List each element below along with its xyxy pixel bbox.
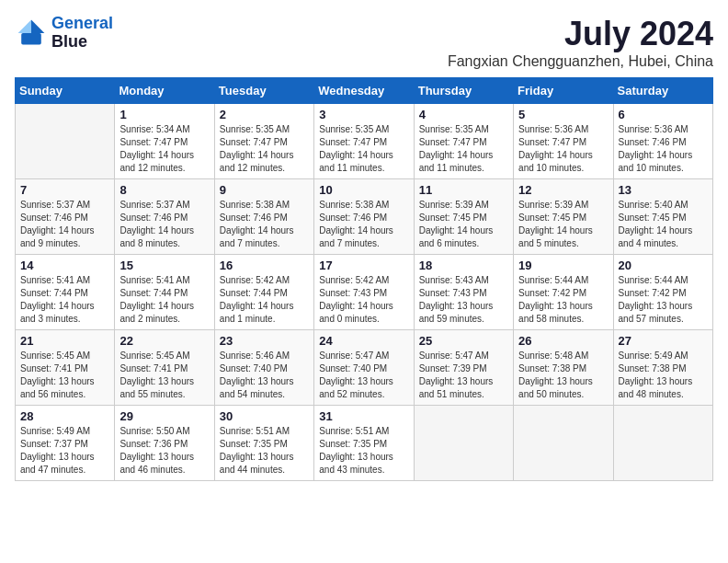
day-number: 20 <box>619 259 708 272</box>
location-title: Fangxian Chengguanzhen, Hubei, China <box>448 53 713 70</box>
day-info: Sunrise: 5:41 AM Sunset: 7:44 PM Dayligh… <box>119 274 209 326</box>
calendar-cell: 23Sunrise: 5:46 AM Sunset: 7:40 PM Dayli… <box>214 330 313 406</box>
day-number: 5 <box>518 108 608 121</box>
day-number: 31 <box>319 409 408 423</box>
calendar-cell: 4Sunrise: 5:35 AM Sunset: 7:47 PM Daylig… <box>414 104 513 179</box>
calendar-week-2: 7Sunrise: 5:37 AM Sunset: 7:46 PM Daylig… <box>16 179 713 255</box>
calendar-week-4: 21Sunrise: 5:45 AM Sunset: 7:41 PM Dayli… <box>16 330 713 406</box>
calendar-table: SundayMondayTuesdayWednesdayThursdayFrid… <box>15 77 713 481</box>
day-info: Sunrise: 5:35 AM Sunset: 7:47 PM Dayligh… <box>419 123 508 175</box>
day-number: 24 <box>319 334 408 348</box>
day-number: 11 <box>419 183 508 197</box>
day-header-tuesday: Tuesday <box>214 78 313 104</box>
calendar-cell: 8Sunrise: 5:37 AM Sunset: 7:46 PM Daylig… <box>115 179 214 255</box>
svg-marker-0 <box>31 19 44 32</box>
day-info: Sunrise: 5:35 AM Sunset: 7:47 PM Dayligh… <box>220 123 309 175</box>
day-header-friday: Friday <box>514 78 613 104</box>
day-number: 25 <box>419 334 508 348</box>
day-info: Sunrise: 5:44 AM Sunset: 7:42 PM Dayligh… <box>619 274 708 326</box>
svg-rect-2 <box>21 33 41 45</box>
calendar-cell: 5Sunrise: 5:36 AM Sunset: 7:47 PM Daylig… <box>514 104 613 179</box>
calendar-week-1: 1Sunrise: 5:34 AM Sunset: 7:47 PM Daylig… <box>16 104 713 179</box>
day-info: Sunrise: 5:37 AM Sunset: 7:46 PM Dayligh… <box>20 199 109 250</box>
calendar-cell: 16Sunrise: 5:42 AM Sunset: 7:44 PM Dayli… <box>214 255 313 330</box>
calendar-cell: 13Sunrise: 5:40 AM Sunset: 7:45 PM Dayli… <box>613 179 712 255</box>
day-info: Sunrise: 5:51 AM Sunset: 7:35 PM Dayligh… <box>220 425 309 477</box>
day-number: 19 <box>518 259 608 272</box>
day-info: Sunrise: 5:51 AM Sunset: 7:35 PM Dayligh… <box>319 425 408 477</box>
day-info: Sunrise: 5:47 AM Sunset: 7:39 PM Dayligh… <box>419 350 508 401</box>
day-number: 3 <box>319 108 408 121</box>
day-header-monday: Monday <box>115 78 214 104</box>
calendar-cell: 3Sunrise: 5:35 AM Sunset: 7:47 PM Daylig… <box>314 104 414 179</box>
day-number: 26 <box>518 334 608 348</box>
calendar-cell <box>414 406 513 481</box>
month-title: July 2024 <box>448 15 713 53</box>
day-number: 28 <box>20 409 109 423</box>
calendar-header-row: SundayMondayTuesdayWednesdayThursdayFrid… <box>16 78 713 104</box>
calendar-cell: 22Sunrise: 5:45 AM Sunset: 7:41 PM Dayli… <box>115 330 214 406</box>
calendar-cell: 20Sunrise: 5:44 AM Sunset: 7:42 PM Dayli… <box>613 255 712 330</box>
day-info: Sunrise: 5:35 AM Sunset: 7:47 PM Dayligh… <box>319 123 408 175</box>
day-number: 15 <box>119 259 209 272</box>
day-number: 21 <box>20 334 109 348</box>
calendar-cell: 2Sunrise: 5:35 AM Sunset: 7:47 PM Daylig… <box>214 104 313 179</box>
day-info: Sunrise: 5:49 AM Sunset: 7:37 PM Dayligh… <box>20 425 109 477</box>
day-number: 23 <box>220 334 309 348</box>
day-number: 16 <box>220 259 309 272</box>
calendar-cell: 14Sunrise: 5:41 AM Sunset: 7:44 PM Dayli… <box>16 255 115 330</box>
day-header-wednesday: Wednesday <box>314 78 414 104</box>
day-number: 22 <box>119 334 209 348</box>
calendar-cell: 17Sunrise: 5:42 AM Sunset: 7:43 PM Dayli… <box>314 255 414 330</box>
day-number: 1 <box>119 108 209 121</box>
day-info: Sunrise: 5:34 AM Sunset: 7:47 PM Dayligh… <box>119 123 209 175</box>
calendar-cell: 6Sunrise: 5:36 AM Sunset: 7:46 PM Daylig… <box>613 104 712 179</box>
day-number: 14 <box>20 259 109 272</box>
day-info: Sunrise: 5:37 AM Sunset: 7:46 PM Dayligh… <box>119 199 209 250</box>
calendar-cell: 7Sunrise: 5:37 AM Sunset: 7:46 PM Daylig… <box>16 179 115 255</box>
day-info: Sunrise: 5:42 AM Sunset: 7:43 PM Dayligh… <box>319 274 408 326</box>
day-number: 12 <box>518 183 608 197</box>
calendar-cell: 15Sunrise: 5:41 AM Sunset: 7:44 PM Dayli… <box>115 255 214 330</box>
day-info: Sunrise: 5:36 AM Sunset: 7:46 PM Dayligh… <box>619 123 708 175</box>
calendar-cell: 10Sunrise: 5:38 AM Sunset: 7:46 PM Dayli… <box>314 179 414 255</box>
day-number: 8 <box>119 183 209 197</box>
day-number: 10 <box>319 183 408 197</box>
day-info: Sunrise: 5:40 AM Sunset: 7:45 PM Dayligh… <box>619 199 708 250</box>
calendar-cell: 27Sunrise: 5:49 AM Sunset: 7:38 PM Dayli… <box>613 330 712 406</box>
day-info: Sunrise: 5:39 AM Sunset: 7:45 PM Dayligh… <box>419 199 508 250</box>
day-header-thursday: Thursday <box>414 78 513 104</box>
day-info: Sunrise: 5:49 AM Sunset: 7:38 PM Dayligh… <box>619 350 708 401</box>
calendar-cell: 26Sunrise: 5:48 AM Sunset: 7:38 PM Dayli… <box>514 330 613 406</box>
day-info: Sunrise: 5:42 AM Sunset: 7:44 PM Dayligh… <box>220 274 309 326</box>
day-number: 13 <box>619 183 708 197</box>
day-number: 27 <box>619 334 708 348</box>
day-info: Sunrise: 5:46 AM Sunset: 7:40 PM Dayligh… <box>220 350 309 401</box>
day-info: Sunrise: 5:47 AM Sunset: 7:40 PM Dayligh… <box>319 350 408 401</box>
calendar-cell <box>514 406 613 481</box>
day-info: Sunrise: 5:41 AM Sunset: 7:44 PM Dayligh… <box>20 274 109 326</box>
calendar-cell <box>613 406 712 481</box>
calendar-week-3: 14Sunrise: 5:41 AM Sunset: 7:44 PM Dayli… <box>16 255 713 330</box>
day-number: 9 <box>220 183 309 197</box>
day-number: 17 <box>319 259 408 272</box>
logo-text: General Blue <box>51 15 113 52</box>
calendar-cell: 31Sunrise: 5:51 AM Sunset: 7:35 PM Dayli… <box>314 406 414 481</box>
day-info: Sunrise: 5:43 AM Sunset: 7:43 PM Dayligh… <box>419 274 508 326</box>
calendar-cell: 12Sunrise: 5:39 AM Sunset: 7:45 PM Dayli… <box>514 179 613 255</box>
calendar-cell: 29Sunrise: 5:50 AM Sunset: 7:36 PM Dayli… <box>115 406 214 481</box>
calendar-cell: 28Sunrise: 5:49 AM Sunset: 7:37 PM Dayli… <box>16 406 115 481</box>
day-number: 7 <box>20 183 109 197</box>
logo-icon <box>15 17 48 50</box>
day-info: Sunrise: 5:36 AM Sunset: 7:47 PM Dayligh… <box>518 123 608 175</box>
day-number: 29 <box>119 409 209 423</box>
svg-marker-1 <box>18 19 31 32</box>
day-info: Sunrise: 5:38 AM Sunset: 7:46 PM Dayligh… <box>319 199 408 250</box>
calendar-cell: 24Sunrise: 5:47 AM Sunset: 7:40 PM Dayli… <box>314 330 414 406</box>
title-area: July 2024 Fangxian Chengguanzhen, Hubei,… <box>448 15 713 70</box>
calendar-cell: 21Sunrise: 5:45 AM Sunset: 7:41 PM Dayli… <box>16 330 115 406</box>
calendar-cell: 19Sunrise: 5:44 AM Sunset: 7:42 PM Dayli… <box>514 255 613 330</box>
day-info: Sunrise: 5:45 AM Sunset: 7:41 PM Dayligh… <box>119 350 209 401</box>
calendar-cell: 30Sunrise: 5:51 AM Sunset: 7:35 PM Dayli… <box>214 406 313 481</box>
day-number: 6 <box>619 108 708 121</box>
